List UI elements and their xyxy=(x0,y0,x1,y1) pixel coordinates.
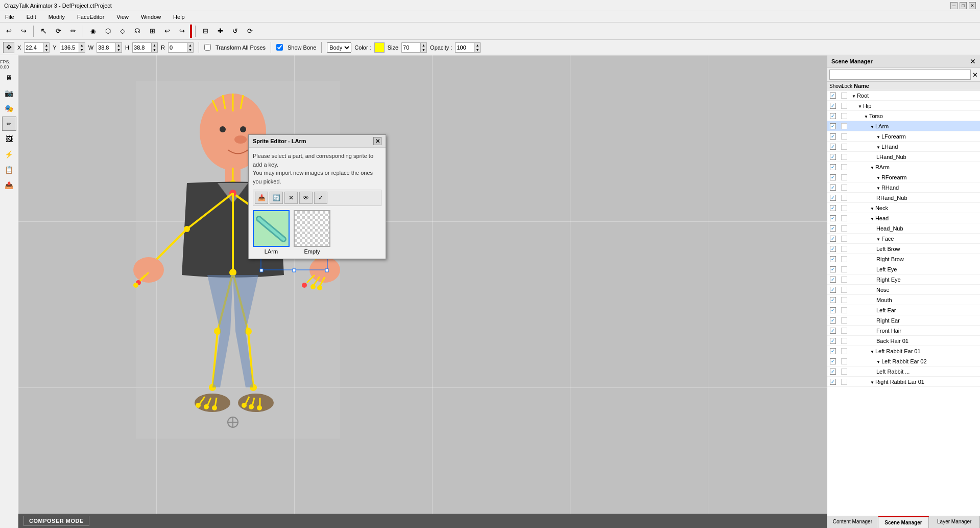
tree-item-head[interactable]: ▼Head xyxy=(827,213,980,223)
transform-checkbox[interactable] xyxy=(204,44,211,51)
opacity-spin-down[interactable]: ▼ xyxy=(474,48,480,52)
r-input[interactable] xyxy=(169,43,187,52)
tree-item-mouth[interactable]: Mouth xyxy=(827,295,980,305)
w-spin-up[interactable]: ▲ xyxy=(115,43,122,48)
mode-button-2[interactable]: ⬡ xyxy=(101,25,114,38)
tree-item-hip[interactable]: ▼Hip xyxy=(827,101,980,111)
tree-lock-back_hair[interactable] xyxy=(841,338,847,344)
tree-item-right_ear[interactable]: Right Ear xyxy=(827,315,980,326)
tree-check-head_nub[interactable] xyxy=(830,225,836,232)
tree-item-lhand_nub[interactable]: LHand_Nub xyxy=(827,152,980,162)
sprite-thumb-empty[interactable]: Empty xyxy=(294,210,330,255)
tree-item-nose[interactable]: Nose xyxy=(827,285,980,295)
tree-check-lhand[interactable] xyxy=(830,144,836,150)
tree-item-left_eye[interactable]: Left Eye xyxy=(827,264,980,274)
tree-check-face[interactable] xyxy=(830,236,836,242)
tab-layer-manager[interactable]: Layer Manager xyxy=(929,516,980,528)
sprite-delete-button[interactable]: ✕ xyxy=(284,192,298,204)
scene-search-clear-button[interactable]: ✕ xyxy=(972,71,978,79)
tree-check-left_eye[interactable] xyxy=(830,266,836,272)
tree-lock-left_ear[interactable] xyxy=(841,307,847,313)
tree-check-torso[interactable] xyxy=(830,113,836,119)
mode-button-4[interactable]: ☊ xyxy=(131,25,144,38)
tree-check-neck[interactable] xyxy=(830,205,836,211)
tree-lock-head_nub[interactable] xyxy=(841,225,847,232)
mode-button-6[interactable]: ↩ xyxy=(160,25,174,38)
tree-lock-left_rabbit_ear_01[interactable] xyxy=(841,348,847,354)
sprite-thumb-empty-img[interactable] xyxy=(294,210,330,247)
tree-lock-rforearm[interactable] xyxy=(841,174,847,180)
redo-button[interactable]: ↪ xyxy=(17,25,30,38)
paint-button[interactable]: ✏ xyxy=(66,25,80,38)
y-spin-up[interactable]: ▲ xyxy=(79,43,85,48)
tree-lock-lforearm[interactable] xyxy=(841,133,847,140)
tree-lock-hip[interactable] xyxy=(841,103,847,109)
h-spin-down[interactable]: ▼ xyxy=(151,48,157,52)
timeline-btn-4[interactable]: ⟳ xyxy=(243,25,256,38)
sprite-replace-button[interactable]: 🔄 xyxy=(270,192,283,204)
menu-edit[interactable]: Edit xyxy=(23,13,39,21)
x-spin-down[interactable]: ▼ xyxy=(43,48,49,52)
tree-lock-left_eye[interactable] xyxy=(841,266,847,272)
tree-lock-lhand_nub[interactable] xyxy=(841,154,847,160)
tree-check-left_ear[interactable] xyxy=(830,307,836,313)
tree-check-lforearm[interactable] xyxy=(830,133,836,140)
menu-window[interactable]: Window xyxy=(138,13,164,21)
select-button[interactable]: ↖ xyxy=(37,25,50,38)
canvas-area[interactable]: Sprite Editor - LArm ✕ Please select a p… xyxy=(18,55,827,528)
tree-lock-neck[interactable] xyxy=(841,205,847,211)
menu-file[interactable]: File xyxy=(2,13,17,21)
timeline-btn-1[interactable]: ⊟ xyxy=(199,25,212,38)
tree-lock-rhand[interactable] xyxy=(841,185,847,191)
sprite-confirm-button[interactable]: ✓ xyxy=(314,192,327,204)
tree-check-larm[interactable] xyxy=(830,123,836,129)
tree-item-right_brow[interactable]: Right Brow xyxy=(827,254,980,264)
tree-check-head[interactable] xyxy=(830,215,836,221)
w-spin-down[interactable]: ▼ xyxy=(115,48,122,52)
tree-item-lhand[interactable]: ▼LHand xyxy=(827,142,980,152)
tree-lock-left_rabbit_ellipsis[interactable] xyxy=(841,369,847,375)
tree-item-left_rabbit_ear_01[interactable]: ▼Left Rabbit Ear 01 xyxy=(827,346,980,356)
tree-item-right_rabbit_ear_01[interactable]: ▼Right Rabbit Ear 01 xyxy=(827,377,980,387)
mode-button-3[interactable]: ◇ xyxy=(116,25,129,38)
tree-item-head_nub[interactable]: Head_Nub xyxy=(827,223,980,234)
h-spin-up[interactable]: ▲ xyxy=(151,43,157,48)
tree-lock-right_ear[interactable] xyxy=(841,317,847,324)
tree-check-hip[interactable] xyxy=(830,103,836,109)
sprite-thumb-larm-img[interactable] xyxy=(253,210,290,247)
tree-lock-lhand[interactable] xyxy=(841,144,847,150)
tree-lock-face[interactable] xyxy=(841,236,847,242)
view-btn[interactable]: 🖥 xyxy=(2,71,16,85)
tree-check-right_ear[interactable] xyxy=(830,317,836,324)
tree-lock-front_hair[interactable] xyxy=(841,328,847,334)
timeline-btn-3[interactable]: ↺ xyxy=(228,25,242,38)
tree-item-left_ear[interactable]: Left Ear xyxy=(827,305,980,315)
tree-check-back_hair[interactable] xyxy=(830,338,836,344)
tree-lock-left_rabbit_ear_02[interactable] xyxy=(841,358,847,364)
undo-button[interactable]: ↩ xyxy=(2,25,15,38)
w-input[interactable] xyxy=(97,43,115,52)
tree-check-root[interactable] xyxy=(830,93,836,99)
tree-lock-right_brow[interactable] xyxy=(841,256,847,262)
menu-help[interactable]: Help xyxy=(170,13,188,21)
scene-manager-close-button[interactable]: ✕ xyxy=(970,57,976,65)
stage-btn[interactable]: 🎭 xyxy=(2,101,16,116)
composer-mode-button[interactable]: COMPOSER MODE xyxy=(23,516,89,526)
tree-check-nose[interactable] xyxy=(830,287,836,293)
props-btn[interactable]: 📋 xyxy=(2,163,16,177)
tree-item-rarm[interactable]: ▼RArm xyxy=(827,162,980,172)
sprite-btn[interactable]: 🖼 xyxy=(2,132,16,146)
tree-lock-larm[interactable] xyxy=(841,123,847,129)
show-bone-checkbox[interactable] xyxy=(276,44,283,51)
sprite-view-button[interactable]: 👁 xyxy=(299,192,313,204)
mode-button-1[interactable]: ◉ xyxy=(86,25,100,38)
tree-lock-head[interactable] xyxy=(841,215,847,221)
tree-check-left_rabbit_ear_01[interactable] xyxy=(830,348,836,354)
tree-item-face[interactable]: ▼Face xyxy=(827,234,980,244)
transform-button[interactable]: ⟳ xyxy=(52,25,65,38)
tree-item-left_rabbit_ear_02[interactable]: ▼Left Rabbit Ear 02 xyxy=(827,356,980,366)
mode-button-7[interactable]: ↪ xyxy=(175,25,188,38)
tree-item-rhand[interactable]: ▼RHand xyxy=(827,182,980,193)
tree-item-torso[interactable]: ▼Torso xyxy=(827,111,980,121)
opacity-spin-up[interactable]: ▲ xyxy=(474,43,480,48)
